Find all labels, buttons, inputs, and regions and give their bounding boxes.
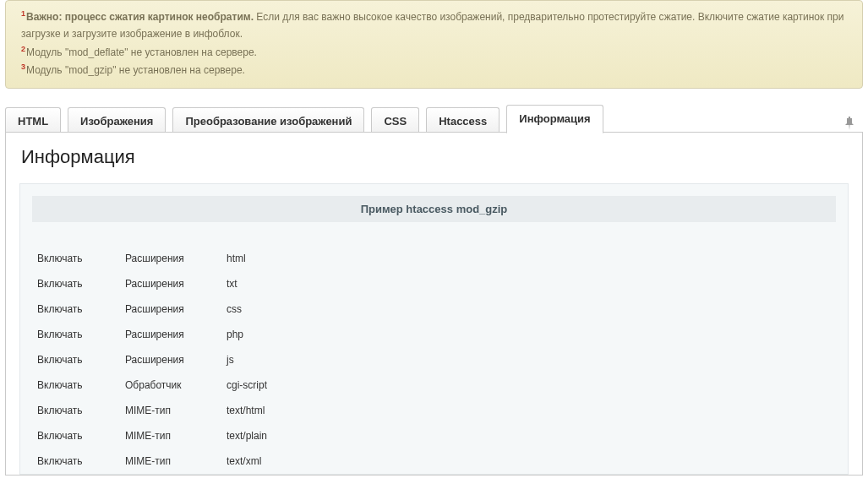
cell-action: Включать xyxy=(32,271,125,296)
cell-action: Включать xyxy=(32,372,125,398)
htaccess-table: Включать Расширения html Включать Расшир… xyxy=(32,246,836,474)
example-header: Пример htaccess mod_gzip xyxy=(32,196,836,222)
cell-type: MIME-тип xyxy=(125,398,227,423)
notice-line: 3Модуль "mod_gzip" не установлен на серв… xyxy=(14,61,854,79)
notice-text: Модуль "mod_deflate" не установлен на се… xyxy=(26,46,257,58)
pin-area xyxy=(844,117,863,133)
table-row: Включать MIME-тип text/xml xyxy=(32,448,836,474)
table-row: Включать Расширения js xyxy=(32,347,836,372)
table-row: Включать Расширения css xyxy=(32,296,836,322)
cell-value: cgi-script xyxy=(227,372,836,398)
notice-text: Модуль "mod_gzip" не установлен на серве… xyxy=(26,64,245,76)
notice-box: 1Важно: процесс сжатия картинок необрати… xyxy=(5,0,863,89)
notice-bold: Важно: процесс сжатия картинок необратим… xyxy=(26,11,254,23)
content-panel: Информация Пример htaccess mod_gzip Вклю… xyxy=(5,132,863,476)
cell-value: php xyxy=(227,322,836,347)
table-row: Включать Расширения php xyxy=(32,322,836,347)
tabs-row: HTML Изображения Преобразование изображе… xyxy=(5,104,863,133)
cell-value: text/html xyxy=(227,398,836,423)
cell-action: Включать xyxy=(32,296,125,322)
cell-value: html xyxy=(227,246,836,271)
tab-html[interactable]: HTML xyxy=(5,107,61,134)
notice-line: 2Модуль "mod_deflate" не установлен на с… xyxy=(14,43,854,61)
tab-images[interactable]: Изображения xyxy=(68,107,166,134)
notice-sup-2: 2 xyxy=(21,45,25,53)
table-row: Включать MIME-тип text/plain xyxy=(32,423,836,448)
notice-sup-3: 3 xyxy=(21,62,25,71)
table-row: Включать Расширения txt xyxy=(32,271,836,296)
cell-type: Расширения xyxy=(125,322,227,347)
notice-line: 1Важно: процесс сжатия картинок необрати… xyxy=(14,8,854,43)
tab-css[interactable]: CSS xyxy=(371,107,419,134)
cell-action: Включать xyxy=(32,423,125,448)
cell-action: Включать xyxy=(32,246,125,271)
cell-type: MIME-тип xyxy=(125,448,227,474)
cell-action: Включать xyxy=(32,448,125,474)
tab-information[interactable]: Информация xyxy=(506,105,603,133)
cell-value: text/xml xyxy=(227,448,836,474)
pin-icon[interactable] xyxy=(844,117,854,133)
notice-sup-1: 1 xyxy=(21,9,25,18)
table-row: Включать Обработчик cgi-script xyxy=(32,372,836,398)
cell-type: Расширения xyxy=(125,296,227,322)
cell-value: js xyxy=(227,347,836,372)
page-title: Информация xyxy=(21,146,849,168)
cell-type: MIME-тип xyxy=(125,423,227,448)
cell-value: txt xyxy=(227,271,836,296)
cell-value: text/plain xyxy=(227,423,836,448)
inner-panel: Пример htaccess mod_gzip Включать Расшир… xyxy=(19,183,849,475)
tab-htaccess[interactable]: Htaccess xyxy=(426,107,500,134)
table-row: Включать MIME-тип text/html xyxy=(32,398,836,423)
cell-action: Включать xyxy=(32,347,125,372)
cell-type: Расширения xyxy=(125,347,227,372)
cell-type: Расширения xyxy=(125,246,227,271)
cell-action: Включать xyxy=(32,322,125,347)
table-row: Включать Расширения html xyxy=(32,246,836,271)
tab-image-transform[interactable]: Преобразование изображений xyxy=(172,107,364,134)
cell-type: Обработчик xyxy=(125,372,227,398)
cell-action: Включать xyxy=(32,398,125,423)
cell-type: Расширения xyxy=(125,271,227,296)
cell-value: css xyxy=(227,296,836,322)
